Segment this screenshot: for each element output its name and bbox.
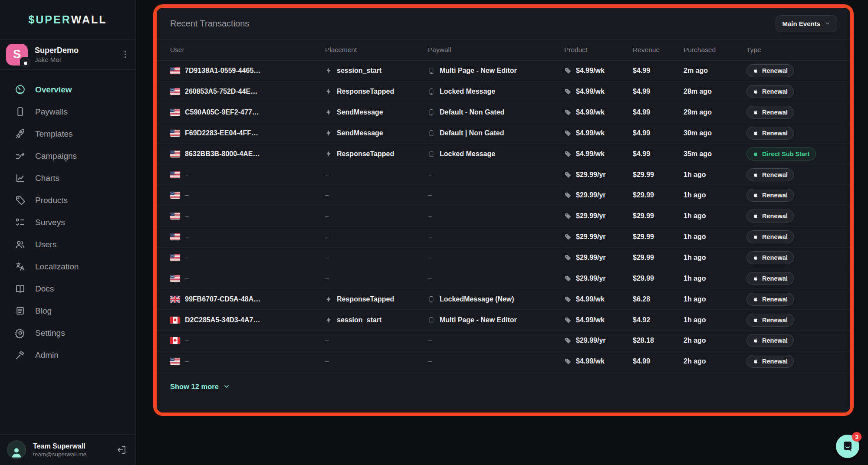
transaction-type-badge: Renewal bbox=[746, 210, 794, 223]
purchased-time: 2m ago bbox=[684, 67, 708, 75]
workspace-menu-icon[interactable] bbox=[121, 49, 130, 60]
sidebar-item-templates[interactable]: Templates bbox=[0, 123, 135, 145]
paywall-name: Multi Page - New Editor bbox=[440, 67, 517, 75]
cell-placement: ResponseTapped bbox=[325, 150, 428, 158]
paywall-name: – bbox=[428, 233, 432, 241]
cell-user: – bbox=[170, 233, 325, 241]
sidebar-item-overview[interactable]: Overview bbox=[0, 79, 135, 101]
table-row[interactable]: D2C285A5-34D3-4A7… session_start Multi P… bbox=[157, 310, 850, 331]
table-row[interactable]: 8632BB3B-8000-4AE… ResponseTapped Locked… bbox=[157, 144, 850, 164]
price-tag-icon bbox=[564, 358, 571, 365]
table-row[interactable]: – – – $29.99/yr $28.18 2h ago bbox=[157, 331, 850, 351]
table-row[interactable]: – – – $29.99/yr $29.99 1h ago bbox=[157, 185, 850, 206]
transaction-type-badge: Renewal bbox=[746, 355, 794, 368]
table-row[interactable]: – – – $29.99/yr $29.99 1h ago bbox=[157, 268, 850, 289]
type-label: Renewal bbox=[762, 317, 788, 324]
price-tag-icon bbox=[564, 337, 571, 344]
cell-purchased: 28m ago bbox=[684, 88, 746, 95]
cell-type: Renewal bbox=[746, 334, 850, 347]
user-id: – bbox=[185, 275, 189, 282]
cell-user: C590A05C-9EF2-477… bbox=[170, 108, 325, 116]
user-id: F69D2283-EE04-4FF… bbox=[185, 129, 258, 137]
main-events-dropdown[interactable]: Main Events bbox=[776, 15, 837, 32]
user-id: 8632BB3B-8000-4AE… bbox=[185, 150, 260, 158]
table-row[interactable]: – – – $29.99/yr $29.99 1h ago bbox=[157, 206, 850, 227]
placement-name: ResponseTapped bbox=[337, 88, 394, 95]
sidebar-item-paywalls[interactable]: Paywalls bbox=[0, 101, 135, 123]
type-label: Renewal bbox=[762, 88, 788, 95]
sidebar-item-users[interactable]: Users bbox=[0, 233, 135, 255]
sidebar-item-localization[interactable]: Localization bbox=[0, 255, 135, 278]
cell-user: – bbox=[170, 337, 325, 344]
placement-name: – bbox=[325, 233, 329, 241]
user-id: – bbox=[185, 233, 189, 241]
sidebar-item-blog[interactable]: Blog bbox=[0, 300, 135, 322]
cell-placement: – bbox=[325, 191, 428, 199]
table-row[interactable]: 260853A5-752D-44E… ResponseTapped Locked… bbox=[157, 82, 850, 102]
table-row[interactable]: F69D2283-EE04-4FF… SendMessage Default |… bbox=[157, 123, 850, 144]
country-flag-icon bbox=[170, 151, 180, 157]
price-tag-icon bbox=[564, 213, 571, 219]
cell-product: $4.99/wk bbox=[564, 150, 633, 158]
price-tag-icon bbox=[564, 67, 571, 74]
sidebar-item-label: Localization bbox=[35, 262, 79, 272]
placement-name: ResponseTapped bbox=[337, 295, 394, 303]
transaction-type-badge: Renewal bbox=[746, 334, 794, 347]
cell-purchased: 1h ago bbox=[684, 316, 746, 324]
book-icon bbox=[15, 283, 26, 294]
placement-name: – bbox=[325, 357, 329, 365]
sidebar: $UPERWALL S SuperDemo Jake Mor Overview … bbox=[0, 0, 136, 465]
sidebar-item-surveys[interactable]: Surveys bbox=[0, 211, 135, 233]
show-more-button[interactable]: Show 12 more bbox=[157, 372, 850, 391]
column-header-user: User bbox=[170, 46, 325, 54]
placement-name: SendMessage bbox=[337, 129, 383, 137]
user-id: – bbox=[185, 254, 189, 262]
cell-revenue: $4.99 bbox=[633, 150, 684, 158]
sidebar-item-admin[interactable]: Admin bbox=[0, 344, 135, 366]
cell-revenue: $29.99 bbox=[633, 191, 684, 199]
table-row[interactable]: – – – $4.99/wk $4.99 2h ago bbox=[157, 351, 850, 372]
table-row[interactable]: 99FB6707-CD5A-48A… ResponseTapped Locked… bbox=[157, 289, 850, 310]
paywall-name: LockedMessage (New) bbox=[440, 295, 514, 303]
product-price: $4.99/wk bbox=[576, 88, 605, 95]
cell-placement: – bbox=[325, 233, 428, 241]
table-row[interactable]: – – – $29.99/yr $29.99 1h ago bbox=[157, 164, 850, 185]
cell-product: $4.99/wk bbox=[564, 67, 633, 75]
apple-icon bbox=[753, 337, 759, 344]
show-more-label: Show 12 more bbox=[170, 383, 219, 391]
lightning-icon bbox=[325, 130, 332, 137]
revenue-amount: $4.92 bbox=[633, 316, 650, 324]
sidebar-item-products[interactable]: Products bbox=[0, 189, 135, 211]
purchased-time: 1h ago bbox=[684, 191, 706, 199]
table-row[interactable]: – – – $29.99/yr $29.99 1h ago bbox=[157, 227, 850, 248]
paywall-name: Locked Message bbox=[440, 150, 495, 158]
table-row[interactable]: – – – $29.99/yr $29.99 1h ago bbox=[157, 248, 850, 269]
sidebar-item-docs[interactable]: Docs bbox=[0, 278, 135, 300]
sidebar-item-campaigns[interactable]: Campaigns bbox=[0, 145, 135, 167]
workspace-switcher[interactable]: S SuperDemo Jake Mor bbox=[0, 39, 135, 70]
purchased-time: 28m ago bbox=[684, 88, 712, 95]
sidebar-item-settings[interactable]: Settings bbox=[0, 322, 135, 344]
table-header-row: UserPlacementPaywallProductRevenuePurcha… bbox=[157, 39, 850, 61]
product-price: $4.99/wk bbox=[576, 295, 605, 303]
placement-name: – bbox=[325, 212, 329, 220]
app-root: $UPERWALL S SuperDemo Jake Mor Overview … bbox=[0, 0, 868, 465]
apple-icon bbox=[753, 172, 759, 178]
sidebar-item-charts[interactable]: Charts bbox=[0, 167, 135, 189]
phone-icon bbox=[428, 296, 435, 303]
table-row[interactable]: 7D9138A1-0559-4465… session_start Multi … bbox=[157, 61, 850, 82]
lightning-icon bbox=[325, 296, 332, 303]
revenue-amount: $6.28 bbox=[633, 295, 650, 303]
type-label: Renewal bbox=[762, 67, 788, 74]
placement-name: – bbox=[325, 337, 329, 344]
cell-product: $29.99/yr bbox=[564, 233, 633, 241]
cell-placement: SendMessage bbox=[325, 108, 428, 116]
type-label: Renewal bbox=[762, 337, 788, 344]
cell-user: – bbox=[170, 275, 325, 282]
cell-revenue: $4.99 bbox=[633, 129, 684, 137]
chat-launcher-button[interactable]: 3 bbox=[836, 435, 859, 458]
table-row[interactable]: C590A05C-9EF2-477… SendMessage Default -… bbox=[157, 102, 850, 123]
superwall-logo: $UPERWALL bbox=[0, 0, 135, 39]
placement-name: session_start bbox=[337, 316, 381, 324]
logout-icon[interactable] bbox=[116, 445, 127, 455]
